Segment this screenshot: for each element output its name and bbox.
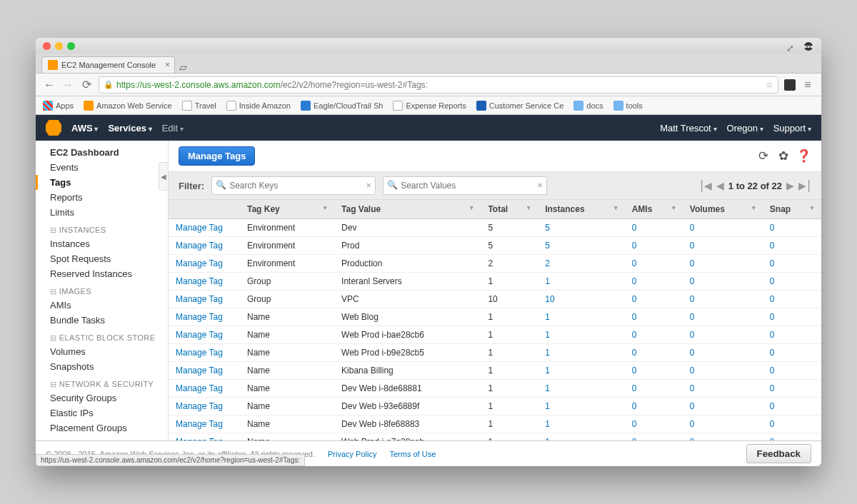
cell-amis[interactable]: 0 — [625, 308, 683, 326]
cell-snapshots[interactable]: 0 — [763, 362, 821, 380]
cell-volumes[interactable]: 0 — [683, 308, 763, 326]
manage-tags-button[interactable]: Manage Tags — [179, 146, 255, 166]
cell-snapshots[interactable]: 0 — [763, 219, 821, 237]
cell-volumes[interactable]: 0 — [683, 433, 763, 441]
cell-volumes[interactable]: 0 — [683, 255, 763, 273]
feedback-button[interactable]: Feedback — [746, 444, 812, 463]
cell-instances[interactable]: 5 — [538, 237, 624, 255]
sidebar-item[interactable]: Reports — [36, 190, 168, 205]
reload-icon[interactable]: ⟳ — [80, 78, 93, 91]
cell-amis[interactable]: 0 — [625, 291, 683, 308]
back-icon[interactable]: ← — [43, 79, 56, 91]
support-menu[interactable]: Support — [773, 123, 811, 133]
cell-instances[interactable]: 10 — [538, 291, 624, 308]
cell-instances[interactable]: 1 — [538, 380, 624, 398]
cell-amis[interactable]: 0 — [625, 273, 683, 291]
search-keys-input[interactable] — [211, 176, 376, 195]
sort-icon[interactable]: ▾ — [324, 204, 327, 211]
sidebar-item[interactable]: Security Groups — [36, 390, 168, 405]
page-last-icon[interactable]: ▶⎮ — [798, 180, 811, 191]
bookmark-item[interactable]: tools — [613, 101, 643, 111]
cell-snapshots[interactable]: 0 — [763, 255, 821, 273]
cell-instances[interactable]: 1 — [538, 362, 624, 380]
sidebar-item[interactable]: Bundle Tasks — [36, 313, 168, 328]
refresh-icon[interactable]: ⟳ — [756, 148, 771, 164]
clear-values-icon[interactable]: × — [538, 180, 543, 191]
clear-keys-icon[interactable]: × — [366, 180, 372, 191]
column-header[interactable]: Instances▾ — [538, 200, 624, 219]
page-next-icon[interactable]: ▶ — [786, 180, 794, 191]
cell-volumes[interactable]: 0 — [683, 326, 763, 344]
cell-snapshots[interactable]: 0 — [763, 237, 821, 255]
cell-amis[interactable]: 0 — [625, 362, 683, 380]
fullscreen-icon[interactable]: ⤢ — [786, 43, 794, 54]
cell-instances[interactable]: 1 — [538, 415, 624, 433]
cell-volumes[interactable]: 0 — [683, 219, 763, 237]
cell-instances[interactable]: 1 — [538, 273, 624, 291]
cell-volumes[interactable]: 0 — [683, 273, 763, 291]
manage-tag-link[interactable]: Manage Tag — [169, 415, 240, 433]
bookmark-item[interactable]: docs — [573, 101, 603, 111]
tab-close-icon[interactable]: × — [165, 60, 170, 70]
manage-tag-link[interactable]: Manage Tag — [169, 398, 240, 415]
browser-tab[interactable]: EC2 Management Console × — [41, 56, 175, 73]
manage-tag-link[interactable]: Manage Tag — [169, 273, 240, 291]
cell-snapshots[interactable]: 0 — [763, 415, 821, 433]
cell-snapshots[interactable]: 0 — [763, 433, 821, 441]
url-field[interactable]: 🔒 https://us-west-2.console.aws.amazon.c… — [99, 76, 778, 94]
sidebar-item[interactable]: Limits — [36, 205, 168, 220]
sort-icon[interactable]: ▾ — [527, 204, 531, 211]
cell-amis[interactable]: 0 — [625, 255, 683, 273]
browser-menu-icon[interactable]: ≡ — [801, 79, 814, 91]
column-header[interactable]: Tag Value▾ — [334, 200, 481, 219]
cell-volumes[interactable]: 0 — [683, 237, 763, 255]
cell-instances[interactable]: 1 — [538, 344, 624, 362]
search-values-input[interactable] — [383, 176, 547, 195]
sort-icon[interactable]: ▾ — [672, 204, 676, 211]
sidebar-group-header[interactable]: ELASTIC BLOCK STORE — [36, 328, 168, 344]
column-header[interactable]: Snap▾ — [763, 200, 821, 219]
user-menu[interactable]: Matt Trescot — [660, 123, 716, 133]
sort-icon[interactable]: ▾ — [614, 204, 618, 211]
sidebar-item[interactable]: Volumes — [36, 344, 168, 359]
cell-volumes[interactable]: 0 — [683, 291, 763, 308]
cell-instances[interactable]: 1 — [538, 433, 624, 441]
cell-instances[interactable]: 5 — [538, 219, 624, 237]
manage-tag-link[interactable]: Manage Tag — [169, 255, 240, 273]
page-first-icon[interactable]: ⎮◀ — [699, 180, 712, 191]
sidebar-group-header[interactable]: IMAGES — [36, 281, 168, 298]
sidebar-item[interactable]: Placement Groups — [36, 420, 168, 435]
window-zoom-icon[interactable] — [67, 42, 75, 50]
manage-tag-link[interactable]: Manage Tag — [169, 433, 240, 441]
cell-snapshots[interactable]: 0 — [763, 344, 821, 362]
cell-volumes[interactable]: 0 — [683, 344, 763, 362]
column-header[interactable] — [169, 200, 240, 219]
cell-amis[interactable]: 0 — [625, 219, 683, 237]
cell-snapshots[interactable]: 0 — [763, 291, 821, 308]
region-menu[interactable]: Oregon — [727, 123, 763, 133]
cell-amis[interactable]: 0 — [625, 326, 683, 344]
sidebar-item[interactable]: AMIs — [36, 298, 168, 313]
column-header[interactable]: AMIs▾ — [625, 200, 683, 219]
cell-amis[interactable]: 0 — [625, 237, 683, 255]
cell-snapshots[interactable]: 0 — [763, 273, 821, 291]
sidebar-item[interactable]: Reserved Instances — [36, 266, 168, 281]
cell-amis[interactable]: 0 — [625, 398, 683, 415]
cell-volumes[interactable]: 0 — [683, 398, 763, 415]
services-menu[interactable]: Services — [108, 123, 151, 133]
privacy-link[interactable]: Privacy Policy — [328, 450, 376, 458]
sidebar-item[interactable]: Instances — [36, 236, 168, 251]
table-scroll[interactable]: Tag Key▾Tag Value▾Total▾Instances▾AMIs▾V… — [169, 200, 821, 440]
bookmark-item[interactable]: Amazon Web Service — [84, 101, 172, 111]
sidebar-collapse-icon[interactable]: ◀ — [159, 162, 169, 191]
sidebar-item[interactable]: EC2 Dashboard — [36, 145, 168, 160]
manage-tag-link[interactable]: Manage Tag — [169, 237, 240, 255]
profile-avatar-icon[interactable] — [801, 41, 816, 55]
extension-icon[interactable] — [784, 79, 796, 91]
column-header[interactable]: Volumes▾ — [683, 200, 763, 219]
manage-tag-link[interactable]: Manage Tag — [169, 380, 240, 398]
manage-tag-link[interactable]: Manage Tag — [169, 362, 240, 380]
cell-snapshots[interactable]: 0 — [763, 398, 821, 415]
window-close-icon[interactable] — [43, 42, 51, 50]
sidebar-group-header[interactable]: INSTANCES — [36, 220, 168, 236]
